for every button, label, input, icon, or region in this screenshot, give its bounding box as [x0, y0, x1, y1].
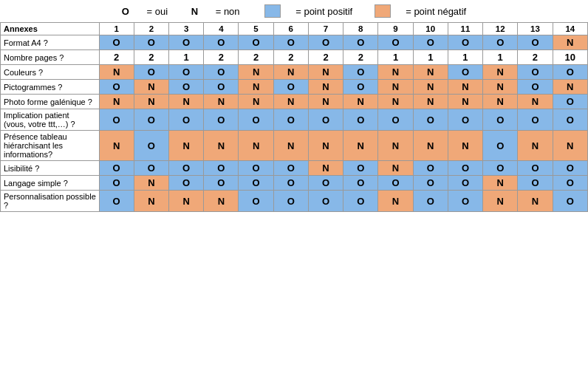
- table-cell: N: [168, 131, 203, 161]
- table-cell: O: [413, 35, 448, 50]
- table-row: Nombre pages ?221222221111210: [1, 50, 588, 65]
- table-cell: N: [239, 65, 273, 80]
- table-cell: N: [273, 95, 308, 109]
- table-cell: O: [308, 109, 343, 131]
- header-col-4: 4: [204, 23, 239, 35]
- table-cell: N: [448, 131, 482, 161]
- positive-legend-label: = point positif: [295, 6, 352, 17]
- table-cell: N: [553, 131, 587, 161]
- table-cell: O: [308, 191, 343, 212]
- table-cell: O: [204, 35, 239, 50]
- table-cell: O: [273, 176, 308, 191]
- table-cell: 2: [99, 50, 134, 65]
- table-cell: N: [413, 131, 448, 161]
- table-cell: 1: [378, 50, 413, 65]
- table-cell: O: [448, 161, 482, 176]
- table-cell: N: [99, 65, 134, 80]
- table-cell: N: [204, 131, 239, 161]
- header-col-7: 7: [308, 23, 343, 35]
- table-cell: O: [448, 191, 482, 212]
- row-label: Présence tableau hiérarchisant les infor…: [1, 131, 100, 161]
- header-col-9: 9: [378, 23, 413, 35]
- table-cell: O: [378, 35, 413, 50]
- table-cell: O: [99, 161, 134, 176]
- table-row: Implication patient(vous, votre ttt,…) ?…: [1, 109, 588, 131]
- table-cell: O: [553, 161, 587, 176]
- table-cell: O: [134, 161, 168, 176]
- table-cell: O: [483, 109, 518, 131]
- table-cell: O: [343, 161, 378, 176]
- table-row: Couleurs ?NOOONNNONNONOO: [1, 65, 588, 80]
- table-cell: O: [204, 161, 239, 176]
- table-cell: O: [168, 161, 203, 176]
- table-cell: N: [273, 131, 308, 161]
- n-label: N: [191, 6, 198, 17]
- table-cell: O: [553, 65, 587, 80]
- table-cell: O: [273, 191, 308, 212]
- table-cell: O: [343, 191, 378, 212]
- table-cell: O: [343, 65, 378, 80]
- table-cell: O: [273, 80, 308, 95]
- table-cell: N: [168, 95, 203, 109]
- table-cell: N: [413, 95, 448, 109]
- table-cell: O: [448, 176, 482, 191]
- table-cell: N: [168, 191, 203, 212]
- table-cell: N: [448, 80, 482, 95]
- table-cell: N: [308, 80, 343, 95]
- header-col-1: 1: [99, 23, 134, 35]
- table-cell: O: [239, 109, 273, 131]
- table-cell: N: [134, 176, 168, 191]
- row-label: Pictogrammes ?: [1, 80, 100, 95]
- table-cell: 1: [413, 50, 448, 65]
- table-cell: O: [99, 35, 134, 50]
- table-cell: O: [553, 95, 587, 109]
- table-cell: N: [308, 95, 343, 109]
- row-label: Nombre pages ?: [1, 50, 100, 65]
- header-col-12: 12: [483, 23, 518, 35]
- table-cell: N: [134, 95, 168, 109]
- table-cell: O: [204, 65, 239, 80]
- table-row: Lisibilité ?OOOOOONONOOOOO: [1, 161, 588, 176]
- table-cell: O: [168, 65, 203, 80]
- table-cell: O: [308, 176, 343, 191]
- table-cell: O: [343, 109, 378, 131]
- table-cell: N: [239, 80, 273, 95]
- table-cell: O: [483, 35, 518, 50]
- table-cell: O: [343, 35, 378, 50]
- table-cell: O: [134, 131, 168, 161]
- table-cell: N: [483, 65, 518, 80]
- table-cell: N: [378, 161, 413, 176]
- positive-legend-box: [264, 4, 281, 18]
- table-row: Format A4 ?OOOOOOOOOOOOON: [1, 35, 588, 50]
- table-cell: O: [518, 80, 553, 95]
- table-cell: O: [413, 161, 448, 176]
- table-cell: O: [273, 109, 308, 131]
- table-cell: N: [378, 95, 413, 109]
- table-cell: O: [239, 161, 273, 176]
- table-cell: 10: [553, 50, 587, 65]
- header-col-11: 11: [448, 23, 482, 35]
- table-cell: O: [553, 176, 587, 191]
- table-cell: N: [343, 95, 378, 109]
- table-cell: N: [483, 80, 518, 95]
- table-cell: 1: [448, 50, 482, 65]
- table-cell: N: [134, 191, 168, 212]
- table-cell: N: [308, 161, 343, 176]
- table-cell: N: [483, 95, 518, 109]
- table-cell: O: [413, 176, 448, 191]
- table-cell: 2: [273, 50, 308, 65]
- o-eq: = oui: [144, 6, 171, 17]
- row-label: Couleurs ?: [1, 65, 100, 80]
- table-row: Personnalisation possible ?ONNNOOOONOONN…: [1, 191, 588, 212]
- table-cell: O: [99, 109, 134, 131]
- table-cell: O: [518, 161, 553, 176]
- table-cell: 1: [168, 50, 203, 65]
- table-cell: 2: [343, 50, 378, 65]
- table-cell: N: [308, 131, 343, 161]
- table-cell: O: [168, 35, 203, 50]
- table-cell: O: [553, 109, 587, 131]
- table-cell: O: [518, 109, 553, 131]
- header-col-2: 2: [134, 23, 168, 35]
- table-cell: O: [204, 80, 239, 95]
- table-cell: O: [273, 35, 308, 50]
